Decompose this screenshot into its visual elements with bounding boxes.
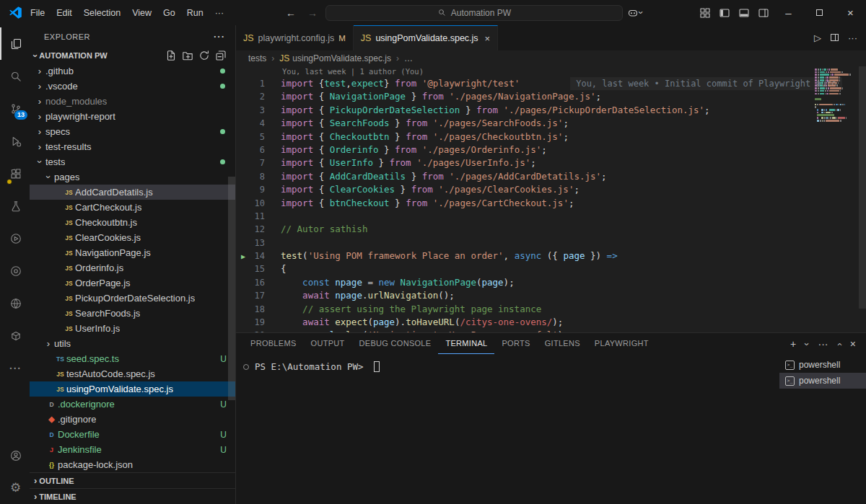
close-button[interactable]: × bbox=[835, 0, 866, 25]
panel-tab-debug-console[interactable]: DEBUG CONSOLE bbox=[352, 333, 439, 354]
menu-edit[interactable]: Edit bbox=[51, 6, 78, 20]
panel-tab-output[interactable]: OUTPUT bbox=[304, 333, 352, 354]
panel-tab-ports[interactable]: PORTS bbox=[494, 333, 537, 354]
refresh-explorer-button[interactable] bbox=[196, 48, 211, 63]
panel-tab-problems[interactable]: PROBLEMS bbox=[243, 333, 304, 354]
code-line-19[interactable]: 19 await expect(page).toHaveURL(/citys-o… bbox=[236, 316, 866, 329]
tree-file-cartcheckout-js[interactable]: JSCartCheckout.js bbox=[30, 200, 235, 215]
breadcrumb-item[interactable]: JSusingPomValidate.spec.js bbox=[279, 53, 391, 63]
tab-usingpomvalidate.spec.js[interactable]: JSusingPomValidate.spec.js× bbox=[354, 25, 498, 50]
code-line-17[interactable]: 17 await npage.urlNavigation(); bbox=[236, 289, 866, 302]
toggle-panel-icon[interactable] bbox=[734, 3, 753, 22]
terminal-views-more-button[interactable]: ··· bbox=[818, 338, 828, 350]
tree-file-pickuporderdateselection-js[interactable]: JSPickupOrderDateSelection.js bbox=[30, 291, 235, 306]
code-line-13[interactable]: 13 bbox=[236, 236, 866, 249]
tree-file--gitignore[interactable]: ◆.gitignore bbox=[30, 412, 235, 427]
minimap[interactable] bbox=[815, 68, 857, 123]
panel-tab-playwright[interactable]: PLAYWRIGHT bbox=[587, 333, 656, 354]
panel-tab-terminal[interactable]: TERMINAL bbox=[438, 333, 494, 354]
activitybar-playwright[interactable] bbox=[0, 222, 30, 255]
code-line-4[interactable]: 4import { SearchFoods } from './pages/Se… bbox=[236, 117, 866, 130]
tree-file-usingpomvalidate-spec-js[interactable]: JSusingPomValidate.spec.js bbox=[30, 381, 235, 397]
code-line-10[interactable]: 10import { btnCheckout } from './pages/C… bbox=[236, 197, 866, 210]
code-line-2[interactable]: 2import { NavigationPage } from './pages… bbox=[236, 90, 866, 103]
terminal-session[interactable]: >_powershell bbox=[779, 357, 866, 373]
code-line-11[interactable]: 11 bbox=[236, 210, 866, 223]
menu-selection[interactable]: Selection bbox=[78, 6, 126, 20]
menu-more[interactable]: ··· bbox=[209, 6, 230, 20]
customize-layout-icon[interactable] bbox=[695, 3, 714, 22]
close-tab-icon[interactable]: × bbox=[485, 33, 491, 44]
command-center-search[interactable]: Automation PW bbox=[325, 5, 623, 21]
new-file-button[interactable] bbox=[163, 48, 178, 63]
tree-file-testautocode-spec-js[interactable]: JStestAutoCode.spec.js bbox=[30, 366, 235, 381]
tree-folder-playwright-report[interactable]: ›playwright-report bbox=[30, 109, 235, 124]
toggle-primary-sidebar-icon[interactable] bbox=[714, 3, 734, 22]
tree-file-clearcookies-js[interactable]: JSClearCookies.js bbox=[30, 230, 235, 245]
terminal[interactable]: PS E:\Automation PW> bbox=[236, 354, 779, 504]
code-line-16[interactable]: 16 const npage = new NavigationPage(page… bbox=[236, 276, 866, 289]
activitybar-extensions[interactable] bbox=[0, 157, 30, 190]
menu-run[interactable]: Run bbox=[181, 6, 209, 20]
new-folder-button[interactable] bbox=[180, 48, 195, 63]
code-line-3[interactable]: 3import { PickupOrderDateSelection } fro… bbox=[236, 104, 866, 117]
breadcrumb-item[interactable]: tests bbox=[248, 53, 266, 63]
more-actions-button[interactable]: ··· bbox=[848, 32, 857, 43]
code-line-18[interactable]: 18 // assert using the Playwright page i… bbox=[236, 303, 866, 316]
activitybar-account[interactable] bbox=[0, 439, 30, 472]
menu-file[interactable]: File bbox=[25, 6, 51, 20]
code-line-5[interactable]: 5import { Checkoutbtn } from './pages/Ch… bbox=[236, 131, 866, 143]
code-line-8[interactable]: 8import { AddCardDeatils } from './pages… bbox=[236, 170, 866, 183]
run-test-icon[interactable]: ▶ bbox=[241, 250, 245, 263]
menu-view[interactable]: View bbox=[126, 6, 157, 20]
tree-file-package-lock-json[interactable]: {}package-lock.json bbox=[30, 457, 235, 472]
split-editor-button[interactable] bbox=[831, 32, 839, 43]
tab-playwright.config.js[interactable]: JSplaywright.config.jsM bbox=[236, 25, 354, 50]
activitybar-live-share[interactable] bbox=[0, 255, 30, 287]
tree-file-dockerfile[interactable]: DDockerfileU bbox=[30, 427, 235, 442]
sidebar-scrollbar[interactable] bbox=[228, 177, 235, 400]
codelens[interactable]: You, last week | 1 author (You) bbox=[236, 66, 866, 77]
breadcrumb-item[interactable]: … bbox=[404, 53, 413, 63]
close-panel-button[interactable]: × bbox=[850, 338, 856, 350]
maximize-button[interactable] bbox=[804, 0, 835, 25]
collapse-folders-button[interactable] bbox=[213, 48, 228, 63]
run-tests-button[interactable]: ▷ bbox=[814, 32, 821, 43]
tree-folder-pages[interactable]: ›pages bbox=[30, 169, 235, 185]
code-line-7[interactable]: 7import { UserInfo } from './pages/UserI… bbox=[236, 156, 866, 169]
tree-folder-specs[interactable]: ›specs bbox=[30, 124, 235, 139]
toggle-secondary-sidebar-icon[interactable] bbox=[753, 3, 773, 22]
tree-file-seed-spec-ts[interactable]: TSseed.spec.tsU bbox=[30, 351, 235, 366]
tree-file-searchfoods-js[interactable]: JSSearchFoods.js bbox=[30, 306, 235, 321]
tree-folder--github[interactable]: ›.github bbox=[30, 63, 235, 79]
workspace-section-header[interactable]: › AUTOMATION PW bbox=[30, 48, 235, 63]
activitybar-testing[interactable] bbox=[0, 190, 30, 222]
tree-folder-test-results[interactable]: ›test-results bbox=[30, 139, 235, 154]
code-line-14[interactable]: 14▶test('Using POM framework Place an or… bbox=[236, 249, 866, 262]
timeline-section[interactable]: › TIMELINE bbox=[30, 488, 235, 504]
activitybar-more[interactable]: ··· bbox=[0, 352, 30, 384]
launch-profile-button[interactable]: › bbox=[805, 338, 808, 350]
code-line-1[interactable]: 1import {test,expect} from '@playwright/… bbox=[236, 77, 866, 90]
code-line-12[interactable]: 12// Autor sathish bbox=[236, 223, 866, 236]
activitybar-gitlens[interactable] bbox=[0, 287, 30, 319]
tree-file-orderinfo-js[interactable]: JSOrderinfo.js bbox=[30, 260, 235, 275]
new-terminal-button[interactable]: + bbox=[790, 338, 796, 350]
minimize-button[interactable]: – bbox=[773, 0, 804, 25]
tree-file-jenkinsfile[interactable]: JJenkinsfileU bbox=[30, 442, 235, 457]
code-line-15[interactable]: 15{ bbox=[236, 262, 866, 275]
code-line-6[interactable]: 6import { Orderinfo } from './pages/Orde… bbox=[236, 143, 866, 156]
tree-file-checkoutbtn-js[interactable]: JSCheckoutbtn.js bbox=[30, 215, 235, 230]
activitybar-settings[interactable]: ⚙ bbox=[0, 472, 30, 504]
activitybar-source-control[interactable]: 13 bbox=[0, 92, 30, 125]
tree-folder--vscode[interactable]: ›.vscode bbox=[30, 79, 235, 94]
outline-section[interactable]: › OUTLINE bbox=[30, 472, 235, 488]
activitybar-run-debug[interactable] bbox=[0, 125, 30, 157]
tree-folder-tests[interactable]: ›tests bbox=[30, 154, 235, 169]
code-editor[interactable]: You, last week | 1 author (You) 1import … bbox=[236, 66, 866, 332]
tree-file-orderpage-js[interactable]: JSOrderPage.js bbox=[30, 275, 235, 291]
tree-file-userinfo-js[interactable]: JSUserInfo.js bbox=[30, 321, 235, 336]
tree-folder-utils[interactable]: ›utils bbox=[30, 336, 235, 351]
activitybar-explorer[interactable] bbox=[0, 27, 30, 60]
terminal-session[interactable]: >_powershell bbox=[779, 373, 866, 389]
